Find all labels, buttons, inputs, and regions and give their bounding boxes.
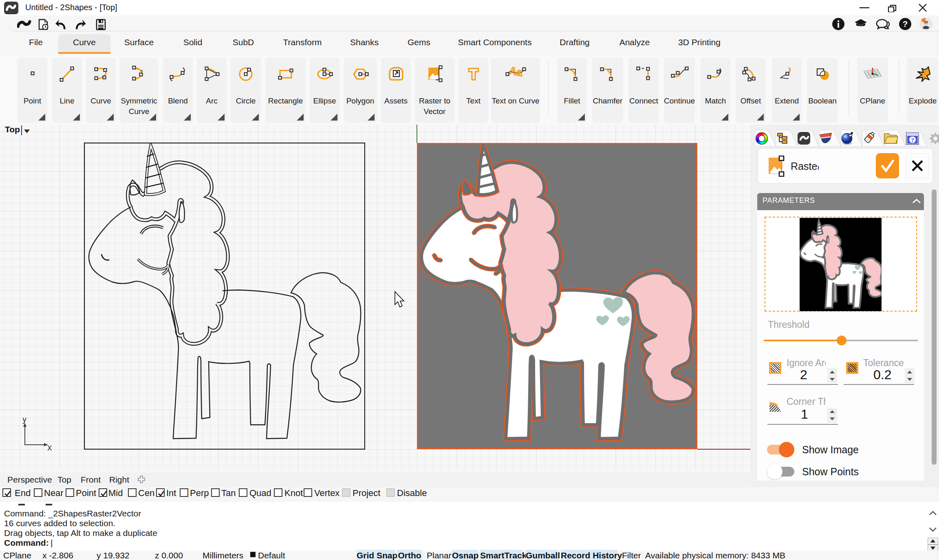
svg-text:Aa: Aa [508, 64, 524, 79]
svg-text:x: x [47, 442, 52, 452]
svg-text:?: ? [911, 137, 914, 143]
svg-text:?: ? [903, 19, 908, 29]
svg-text:y: y [22, 418, 27, 424]
